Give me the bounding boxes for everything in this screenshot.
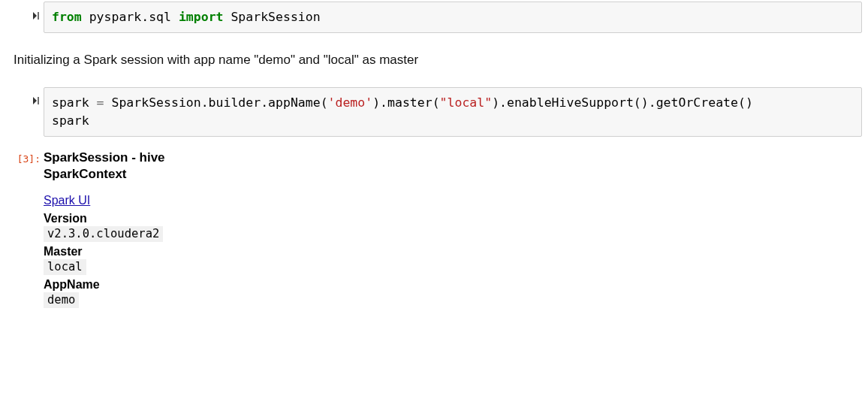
code-token: 'demo': [328, 95, 373, 110]
master-label: Master: [44, 245, 862, 258]
markdown-cell: Initializing a Spark session with app na…: [0, 50, 868, 69]
svg-rect-1: [38, 97, 38, 104]
run-icon[interactable]: [32, 96, 41, 105]
spark-ui-link[interactable]: Spark UI: [44, 194, 90, 207]
code-token: from: [52, 10, 82, 24]
code-token: =: [97, 95, 104, 110]
master-value: local: [44, 259, 86, 275]
code-cell: spark = SparkSession.builder.appName('de…: [0, 86, 868, 137]
code-token: ).master(: [372, 95, 439, 110]
code-token: import: [179, 10, 224, 24]
code-input[interactable]: from pyspark.sql import SparkSession: [44, 2, 862, 33]
output-prompt: [3]:: [0, 146, 44, 165]
code-token: SparkSession.builder.appName(: [104, 95, 328, 110]
code-token: "local": [440, 95, 493, 110]
code-token: spark: [52, 113, 89, 128]
code-token: SparkSession: [224, 10, 321, 24]
version-label: Version: [44, 212, 862, 225]
output-heading: SparkSession - hive: [44, 150, 862, 165]
output-cell: [3]: SparkSession - hive SparkContext Sp…: [0, 144, 868, 311]
code-token: pyspark.sql: [82, 10, 179, 24]
run-icon[interactable]: [32, 11, 41, 20]
code-input[interactable]: spark = SparkSession.builder.appName('de…: [44, 87, 862, 137]
notebook: from pyspark.sql import SparkSession Ini…: [0, 0, 868, 311]
appname-label: AppName: [44, 278, 862, 292]
code-token: spark: [52, 95, 97, 110]
svg-rect-0: [38, 12, 38, 20]
output-heading: SparkContext: [44, 167, 862, 182]
code-token: ).enableHiveSupport().getOrCreate(): [492, 95, 753, 110]
input-prompt: [0, 87, 44, 106]
version-value: v2.3.0.cloudera2: [44, 226, 163, 242]
markdown-text: Initializing a Spark session with app na…: [14, 51, 868, 69]
appname-value: demo: [44, 292, 79, 308]
code-cell: from pyspark.sql import SparkSession: [0, 0, 868, 33]
output-content: SparkSession - hive SparkContext Spark U…: [44, 146, 868, 311]
input-prompt: [0, 2, 44, 20]
